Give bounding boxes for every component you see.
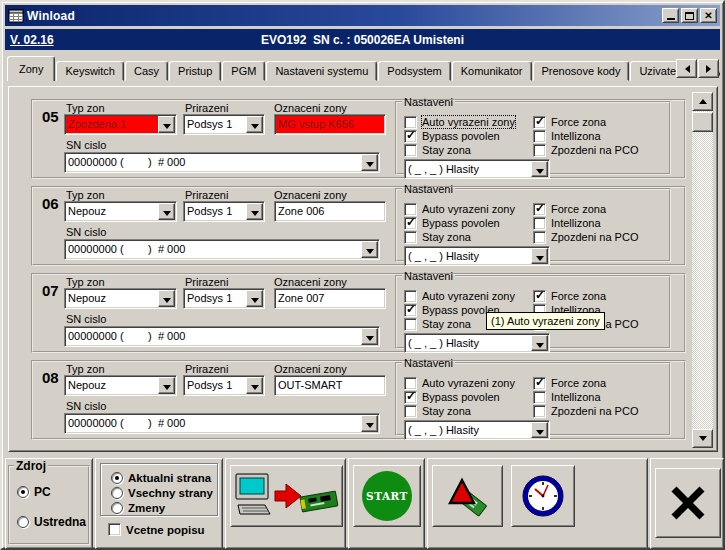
typ-zon-select[interactable]: Zpozdena 1 xyxy=(64,114,177,135)
dropdown-arrow-icon[interactable] xyxy=(361,328,378,345)
prirazeni-select[interactable]: Podsys 1 xyxy=(183,375,265,396)
tab-prenosove-kody[interactable]: Prenosove kody xyxy=(533,61,630,81)
maximize-button[interactable] xyxy=(681,8,698,23)
tab-casy[interactable]: Casy xyxy=(125,61,168,81)
tab-nastaveni-systemu[interactable]: Nastaveni systemu xyxy=(266,61,377,81)
dropdown-arrow-icon[interactable] xyxy=(531,335,548,351)
zone-number: 07 xyxy=(42,282,59,299)
tab-zony[interactable]: Zony xyxy=(7,56,55,81)
hlasity-select[interactable]: ( _ , _ ) Hlasity xyxy=(404,420,550,440)
tab-scroll-right-button[interactable] xyxy=(698,59,719,78)
checkbox-label: Force zona xyxy=(551,377,606,389)
prirazeni-label: Prirazeni xyxy=(185,276,228,288)
radio-pc[interactable] xyxy=(17,486,29,498)
sn-cislo-select[interactable]: 00000000 ( ) # 000 xyxy=(64,326,380,347)
radio-aktualni-strana[interactable] xyxy=(111,472,123,484)
titlebar[interactable]: Winload ✕ xyxy=(5,5,720,26)
checkbox-force-zona[interactable] xyxy=(533,377,546,390)
version-link[interactable]: V. 02.16 xyxy=(10,33,54,47)
oznaceni-zony-label: Oznaceni zony xyxy=(274,276,347,288)
start-button[interactable]: START xyxy=(353,465,421,527)
checkbox-stay-zona[interactable] xyxy=(404,405,417,418)
checkbox-auto-vyrazeni-zony[interactable] xyxy=(404,116,417,129)
checkbox-bypass-povolen[interactable] xyxy=(404,130,417,143)
dropdown-arrow-icon[interactable] xyxy=(361,154,378,171)
oznaceni-zony-label: Oznaceni zony xyxy=(274,189,347,201)
dropdown-arrow-icon[interactable] xyxy=(246,116,263,133)
tab-bar: Zony Keyswitch Casy Pristup PGM Nastaven… xyxy=(5,53,720,81)
checkbox-vcetne-popisu[interactable] xyxy=(108,523,121,536)
checkbox-stay-zona[interactable] xyxy=(404,231,417,244)
sn-cislo-select[interactable]: 00000000 ( ) # 000 xyxy=(64,152,380,173)
oznaceni-zony-input[interactable]: MG vstup K656 xyxy=(274,114,386,135)
dropdown-arrow-icon[interactable] xyxy=(531,248,548,264)
checkbox-auto-vyrazeni-zony[interactable] xyxy=(404,203,417,216)
exit-section xyxy=(650,458,724,549)
dropdown-arrow-icon[interactable] xyxy=(158,290,175,307)
typ-zon-select[interactable]: Nepouz xyxy=(64,201,177,222)
checkbox-zpozdeni-na-pco[interactable] xyxy=(533,144,546,157)
nastaveni-legend: Nastaveni xyxy=(402,270,455,282)
tab-scroll-left-button[interactable] xyxy=(676,59,697,78)
scroll-thumb[interactable] xyxy=(692,112,713,132)
dropdown-arrow-icon[interactable] xyxy=(246,290,263,307)
nastaveni-group: Nastaveni Auto vyrazeni zony Bypass povo… xyxy=(395,270,671,349)
oznaceni-zony-input[interactable]: Zone 007 xyxy=(274,288,386,309)
oznaceni-zony-input[interactable]: OUT-SMART xyxy=(274,375,386,396)
event-monitor-button[interactable] xyxy=(432,465,503,527)
checkbox-bypass-povolen[interactable] xyxy=(404,391,417,404)
checkbox-stay-zona[interactable] xyxy=(404,318,417,331)
checkbox-force-zona[interactable] xyxy=(533,290,546,303)
checkbox-zpozdeni-na-pco[interactable] xyxy=(533,231,546,244)
checkbox-stay-zona[interactable] xyxy=(404,144,417,157)
sn-cislo-select[interactable]: 00000000 ( ) # 000 xyxy=(64,413,380,434)
hlasity-value: ( _ , _ ) Hlasity xyxy=(405,160,530,178)
checkbox-auto-vyrazeni-zony[interactable] xyxy=(404,290,417,303)
dropdown-arrow-icon[interactable] xyxy=(361,241,378,258)
sn-cislo-select[interactable]: 00000000 ( ) # 000 xyxy=(64,239,380,260)
exit-button[interactable] xyxy=(655,468,721,538)
scroll-down-button[interactable] xyxy=(692,429,713,448)
checkbox-bypass-povolen[interactable] xyxy=(404,217,417,230)
checkbox-intellizona[interactable] xyxy=(533,217,546,230)
hlasity-select[interactable]: ( _ , _ ) Hlasity xyxy=(404,333,550,353)
checkbox-force-zona[interactable] xyxy=(533,116,546,129)
checkbox-intellizona[interactable] xyxy=(533,130,546,143)
zone-row-07: 07 Typ zon Nepouz Prirazeni Podsys 1 Ozn… xyxy=(31,273,686,353)
checkbox-force-zona[interactable] xyxy=(533,203,546,216)
dropdown-arrow-icon[interactable] xyxy=(158,116,175,133)
dropdown-arrow-icon[interactable] xyxy=(158,377,175,394)
prirazeni-select[interactable]: Podsys 1 xyxy=(183,114,265,135)
checkbox-zpozdeni-na-pco[interactable] xyxy=(533,405,546,418)
hlasity-select[interactable]: ( _ , _ ) Hlasity xyxy=(404,246,550,266)
tab-komunikator[interactable]: Komunikator xyxy=(452,61,532,81)
tab-pgm[interactable]: PGM xyxy=(222,61,265,81)
checkbox-bypass-povolen[interactable] xyxy=(404,304,417,317)
vertical-scrollbar[interactable] xyxy=(692,92,713,448)
dropdown-arrow-icon[interactable] xyxy=(158,203,175,220)
hlasity-select[interactable]: ( _ , _ ) Hlasity xyxy=(404,159,550,179)
checkbox-auto-vyrazeni-zony[interactable] xyxy=(404,377,417,390)
tab-podsystem[interactable]: Podsystem xyxy=(378,61,450,81)
radio-ustredna[interactable] xyxy=(17,516,29,528)
typ-zon-select[interactable]: Nepouz xyxy=(64,375,177,396)
scroll-up-button[interactable] xyxy=(692,92,713,111)
prirazeni-select[interactable]: Podsys 1 xyxy=(183,201,265,222)
dropdown-arrow-icon[interactable] xyxy=(531,422,548,438)
tab-pristup[interactable]: Pristup xyxy=(169,61,221,81)
typ-zon-select[interactable]: Nepouz xyxy=(64,288,177,309)
dropdown-arrow-icon[interactable] xyxy=(246,377,263,394)
dropdown-arrow-icon[interactable] xyxy=(361,415,378,432)
send-to-panel-button[interactable] xyxy=(230,465,343,527)
prirazeni-select[interactable]: Podsys 1 xyxy=(183,288,265,309)
minimize-button[interactable] xyxy=(662,8,679,23)
radio-zmeny[interactable] xyxy=(111,502,123,514)
close-button[interactable]: ✕ xyxy=(700,8,717,23)
tab-keyswitch[interactable]: Keyswitch xyxy=(56,61,124,81)
dropdown-arrow-icon[interactable] xyxy=(531,161,548,177)
clock-button[interactable] xyxy=(511,465,575,527)
checkbox-intellizona[interactable] xyxy=(533,391,546,404)
radio-vsechny-strany[interactable] xyxy=(111,487,123,499)
oznaceni-zony-input[interactable]: Zone 006 xyxy=(274,201,386,222)
dropdown-arrow-icon[interactable] xyxy=(246,203,263,220)
